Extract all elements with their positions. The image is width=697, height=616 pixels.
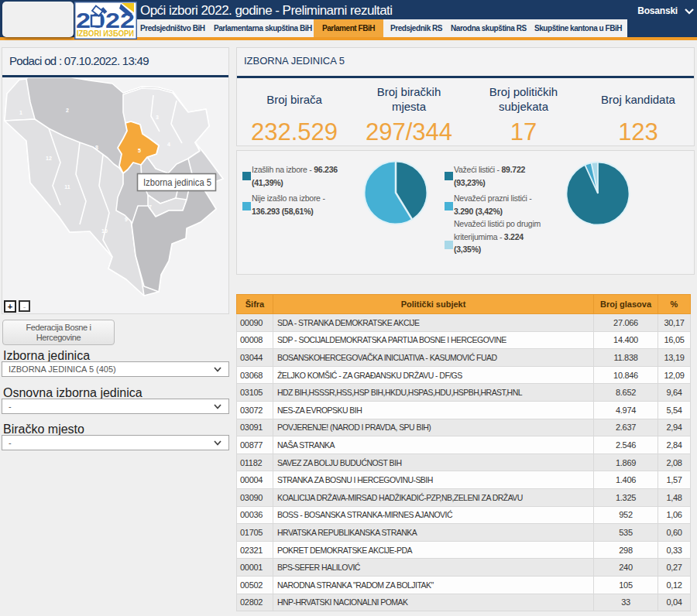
svg-text:7: 7 [149,204,152,210]
svg-text:11: 11 [64,184,70,190]
svg-text:9: 9 [125,217,128,222]
svg-text:2: 2 [66,108,69,113]
svg-text:Izborna jedinica 5: Izborna jedinica 5 [143,177,211,188]
svg-text:1: 1 [19,110,22,115]
svg-text:12: 12 [46,156,52,161]
svg-text:3: 3 [156,115,159,120]
svg-text:4: 4 [167,142,170,147]
svg-text:5: 5 [138,148,141,153]
svg-text:IZBORI ИЗБОРИ: IZBORI ИЗБОРИ [77,29,134,38]
svg-text:8: 8 [95,145,98,150]
svg-text:10: 10 [101,228,108,234]
